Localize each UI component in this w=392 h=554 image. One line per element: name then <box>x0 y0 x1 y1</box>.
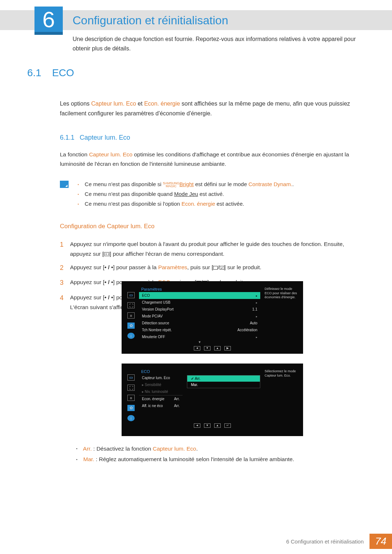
osd-option: Mar. <box>187 382 260 388</box>
note-block: Ce menu n'est pas disponible si SAMSUNGM… <box>60 179 363 209</box>
section-title: ECO <box>52 67 74 78</box>
osd-title: Paramètres <box>139 286 260 292</box>
text: Ce menu n'est pas disponible quand <box>85 191 174 197</box>
text: Les options <box>60 100 91 107</box>
text: Appuyez sur [ <box>70 294 105 300</box>
gear-icon: ✿ <box>127 323 135 329</box>
text: et <box>136 100 144 107</box>
section-61: 6.1 ECO Les options Capteur lum. Eco et … <box>27 67 363 316</box>
text: , puis sur [ <box>187 264 213 270</box>
text: . <box>196 446 197 452</box>
osd-row: Econ. énergieArr. <box>139 395 183 402</box>
text: ] sur le produit. <box>224 264 262 270</box>
text: Appuyez sur [ <box>70 279 105 285</box>
osd-row-value <box>256 335 257 339</box>
keyword-econ: Econ. énergie <box>144 100 180 107</box>
osd-row: Tch Nombre répét.Accélération <box>139 327 260 333</box>
keyword-contraste: Contraste Dynam. <box>248 181 292 187</box>
note-icon <box>60 181 69 188</box>
step-number: 3 <box>60 277 70 289</box>
text: La fonction <box>60 151 89 157</box>
nav-button-icon: ◄ <box>194 423 200 428</box>
osd-row-value <box>256 294 257 297</box>
osd-row: Aff. ic ne écoArr. <box>139 402 183 409</box>
subsection-number: 6.1.1 <box>60 132 74 143</box>
osd-options: Arr.Mar. <box>187 369 260 421</box>
osd-left-column: ECO Capteur lum. Eco▸ Sensibilité▸ Niv. … <box>139 369 183 421</box>
samsung-magic-icon: SAMSUNGMAGIC <box>163 182 180 188</box>
arrows-icon: • / • <box>105 279 113 285</box>
osd-tip: Définissez le mode ECO pour réaliser des… <box>265 286 297 344</box>
osd-screenshot-eco: ▭ ⛶ ≡ ✿ i ECO Capteur lum. Eco▸ Sensibil… <box>122 364 303 436</box>
keyword-econ: Econ. énergie <box>181 201 215 207</box>
page-footer: 6 Configuration et réinitialisation 74 <box>286 534 392 549</box>
osd-icon-column: ▭ ⛶ ≡ ✿ i <box>127 286 135 344</box>
keyword-capteur: Capteur lum. Eco <box>153 446 196 452</box>
text: est activé. <box>198 191 224 197</box>
osd-main: Paramètres ECOChargement USBVersion Disp… <box>139 286 260 344</box>
osd-row-value <box>256 300 257 304</box>
keyword-bright: Bright <box>179 181 193 187</box>
osd-row: Version DisplayPort1.1 <box>139 306 260 313</box>
config-subheading: Configuration de Capteur lum. Eco <box>60 221 363 232</box>
note-item: Ce menu n'est pas disponible si l'option… <box>78 199 294 209</box>
step-item: 2 Appuyez sur [• / •] pour passer à la P… <box>60 262 363 274</box>
page-number: 74 <box>369 534 392 549</box>
osd-row-value <box>256 314 257 318</box>
osd-tip: Sélectionnez le mode Capteur lum. Eco. <box>265 369 297 421</box>
menu-icon <box>104 252 110 256</box>
osd-nav: ◄▼▲↵ <box>127 423 297 428</box>
osd-row: Capteur lum. Eco <box>139 374 183 381</box>
subsection-title: Capteur lum. Eco <box>80 134 130 141</box>
chapter-number: 6 <box>42 7 55 32</box>
nav-button-icon: ▶ <box>224 346 231 350</box>
text: Ce menu n'est pas disponible si <box>85 181 163 187</box>
text: . <box>292 181 294 187</box>
osd-option: Arr. <box>187 376 260 382</box>
chapter-intro: Une description de chaque fonction est f… <box>73 34 363 53</box>
list-icon: ≡ <box>127 395 135 401</box>
osd-row: Minuterie OFF <box>139 333 260 340</box>
step-number: 4 <box>60 292 70 312</box>
text: : Désactivez la fonction <box>92 446 153 452</box>
osd-row-value: 1.1 <box>252 307 257 311</box>
text: Appuyez sur [ <box>70 264 105 270</box>
osd-screenshot-parametres: ▭ ⛶ ≡ ✿ i Paramètres ECOChargement USBVe… <box>122 281 303 354</box>
osd-row: ▸ Niv. luminosité <box>139 388 183 395</box>
info-icon: i <box>127 415 135 421</box>
gear-icon: ✿ <box>127 405 135 411</box>
osd-row-value: Auto <box>250 321 257 325</box>
nav-button-icon: ↵ <box>224 423 231 428</box>
keyword-capteur: Capteur lum. Eco <box>89 151 132 157</box>
step-item: 1 Appuyez sur n'importe quel bouton à l'… <box>60 239 363 259</box>
text: ] pour afficher l'écran de menu correspo… <box>110 251 224 257</box>
osd-row: Détection sourceAuto <box>139 320 260 327</box>
note-item: Ce menu n'est pas disponible quand Mode … <box>78 189 294 199</box>
bullet-item: Mar. : Réglez automatiquement la luminos… <box>76 454 363 464</box>
nav-button-icon: ◄ <box>194 346 200 350</box>
bullet-item: Arr. : Désactivez la fonction Capteur lu… <box>76 443 363 454</box>
scroll-down-icon: ▼ <box>139 340 260 344</box>
nav-button-icon: ▲ <box>214 423 221 428</box>
text: est activée. <box>215 201 244 207</box>
resize-icon: ⛶ <box>127 302 135 308</box>
osd-row-label: ECO <box>142 294 150 297</box>
picture-icon: ▭ <box>127 292 135 298</box>
section-body: Les options Capteur lum. Eco et Econ. én… <box>60 99 363 312</box>
arrows-icon: • / • <box>105 294 113 300</box>
nav-button-icon: ▼ <box>204 346 211 350</box>
nav-button-icon: ▼ <box>204 423 211 428</box>
osd-row: ▸ Sensibilité <box>139 381 183 388</box>
text: ] pour passer à la <box>113 264 158 270</box>
keyword-capteur: Capteur lum. Eco <box>91 100 136 107</box>
osd-row: Chargement USB <box>139 299 260 306</box>
osd-row-label: Minuterie OFF <box>142 335 165 339</box>
osd-icon-column: ▭ ⛶ ≡ ✿ i <box>127 369 135 421</box>
list-icon: ≡ <box>127 312 135 319</box>
chapter-number-box: 6 <box>34 7 63 35</box>
section-number: 6.1 <box>27 67 41 79</box>
nav-button-icon: ▲ <box>214 346 221 350</box>
osd-nav: ◄▼▲▶ <box>127 346 297 350</box>
info-icon: i <box>127 333 135 339</box>
resize-icon: ⛶ <box>127 385 135 391</box>
